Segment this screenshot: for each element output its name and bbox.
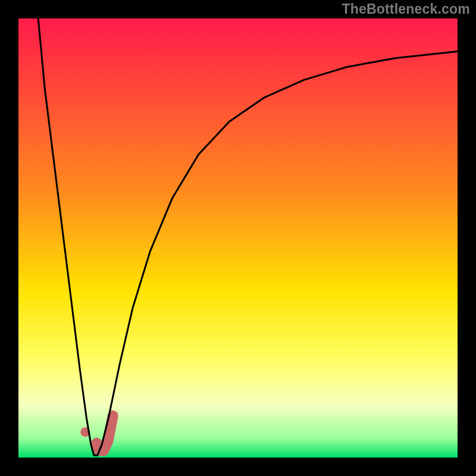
gradient-background bbox=[18, 18, 458, 458]
watermark-label: TheBottleneck.com bbox=[342, 1, 470, 17]
chart-frame: TheBottleneck.com bbox=[0, 0, 476, 476]
bottleneck-chart bbox=[0, 0, 476, 476]
